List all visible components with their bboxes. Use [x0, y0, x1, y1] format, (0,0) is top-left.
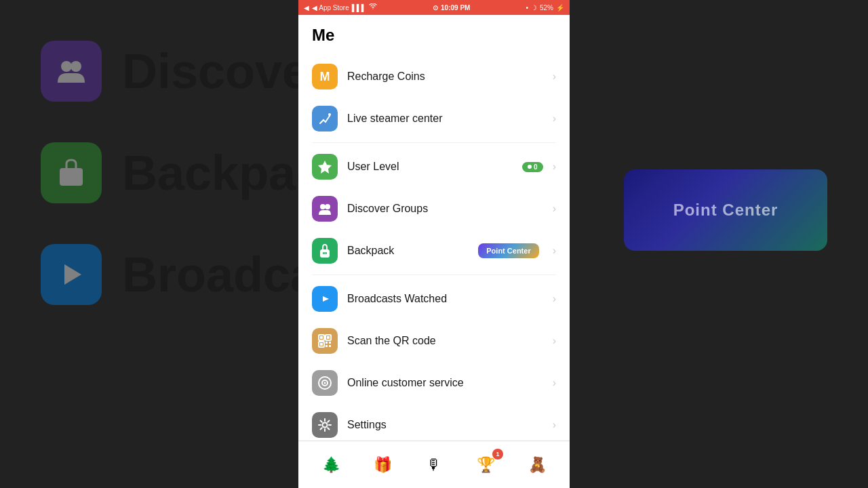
live-steamer-label: Live steamer center	[347, 113, 543, 125]
crown-badge: 1	[492, 449, 503, 460]
svg-point-0	[61, 61, 72, 72]
menu-item-user-level[interactable]: User Level 0 ›	[298, 146, 570, 188]
status-left: ◀ ◀ App Store ▌▌▌	[304, 3, 377, 12]
scan-qr-label: Scan the QR code	[347, 335, 543, 347]
live-tab-icon: 🎙	[420, 451, 448, 479]
chevron-icon-9: ›	[553, 419, 556, 431]
tab-gift[interactable]: 🎁	[369, 451, 396, 479]
svg-point-7	[325, 204, 330, 209]
svg-rect-21	[326, 345, 328, 347]
recharge-coins-label: Recharge Coins	[347, 70, 543, 83]
svg-point-1	[71, 61, 81, 72]
bg-icon-1	[41, 41, 102, 102]
chevron-icon-5: ›	[553, 245, 556, 257]
user-level-label: User Level	[347, 161, 513, 173]
broadcasts-icon	[312, 286, 338, 312]
svg-marker-3	[64, 264, 81, 285]
chevron-icon-4: ›	[553, 203, 556, 215]
svg-point-25	[324, 382, 326, 384]
menu-item-backpack[interactable]: Backpack Point Center ›	[298, 230, 570, 272]
svg-rect-19	[326, 342, 328, 344]
user-level-badge: 0	[522, 162, 543, 172]
svg-rect-16	[320, 336, 323, 339]
chevron-icon-7: ›	[553, 335, 556, 347]
svg-point-4	[328, 113, 331, 116]
tab-bear[interactable]: 🧸	[524, 451, 551, 479]
bg-point-center-text: Point Center	[673, 201, 778, 220]
settings-icon	[312, 412, 338, 438]
page-content: Me M Recharge Coins › Live steamer cent	[298, 15, 570, 441]
status-right: • ☽ 52% ⚡	[526, 4, 564, 12]
phone-modal: ◀ ◀ App Store ▌▌▌ ⊙ 10:09 PM • ☽ 52% ⚡ M…	[298, 0, 570, 488]
svg-point-6	[320, 204, 326, 209]
menu-item-customer-service[interactable]: Online customer service ›	[298, 362, 570, 404]
chevron-icon-2: ›	[553, 113, 556, 125]
svg-rect-2	[60, 168, 83, 186]
broadcasts-label: Broadcasts Watched	[347, 293, 543, 305]
status-bar: ◀ ◀ App Store ▌▌▌ ⊙ 10:09 PM • ☽ 52% ⚡	[298, 0, 570, 15]
discover-groups-icon	[312, 196, 338, 222]
menu-item-live-steamer[interactable]: Live steamer center ›	[298, 98, 570, 140]
customer-service-label: Online customer service	[347, 377, 543, 389]
point-center-badge[interactable]: Point Center	[478, 243, 538, 258]
svg-point-26	[323, 423, 328, 428]
menu-item-recharge-coins[interactable]: M Recharge Coins ›	[298, 56, 570, 98]
tab-crown[interactable]: 🏆 1	[472, 451, 499, 479]
bg-row-1: Discover	[41, 41, 328, 102]
svg-rect-20	[329, 342, 331, 344]
divider-1	[312, 142, 556, 143]
bg-text-2: Backpac	[122, 145, 323, 201]
back-arrow: ◀	[304, 4, 309, 12]
svg-marker-5	[318, 161, 332, 174]
carrier-name: ◀ App Store	[312, 4, 349, 12]
chevron-icon-6: ›	[553, 293, 556, 305]
backpack-label: Backpack	[347, 245, 469, 257]
clock-icon: ⊙	[433, 4, 438, 12]
dot-indicator: •	[526, 4, 528, 12]
live-steamer-icon	[312, 106, 338, 131]
scan-qr-icon	[312, 328, 338, 354]
backpack-icon	[312, 238, 338, 264]
chevron-icon-8: ›	[553, 377, 556, 389]
badge-dot	[528, 165, 532, 169]
bg-text-1: Discover	[122, 43, 328, 99]
page-title: Me	[298, 15, 570, 50]
time-display: 10:09 PM	[441, 4, 470, 12]
discover-groups-label: Discover Groups	[347, 203, 543, 215]
tab-tree[interactable]: 🌲	[317, 451, 344, 479]
badge-value: 0	[534, 163, 538, 171]
menu-item-scan-qr[interactable]: Scan the QR code ›	[298, 320, 570, 362]
svg-rect-18	[320, 343, 323, 346]
svg-rect-17	[327, 336, 330, 339]
tab-bar: 🌲 🎁 🎙 🏆 1 🧸	[298, 441, 570, 488]
bear-tab-icon: 🧸	[524, 451, 551, 479]
menu-section-top: M Recharge Coins › Live steamer center ›	[298, 50, 570, 441]
wifi-icon	[369, 3, 377, 12]
battery-percent: 52%	[540, 4, 553, 12]
recharge-coins-icon: M	[312, 64, 338, 89]
customer-service-icon	[312, 370, 338, 396]
settings-label: Settings	[347, 419, 543, 431]
tab-live[interactable]: 🎙	[420, 451, 448, 479]
signal-bars: ▌▌▌	[352, 4, 366, 12]
gift-tab-icon: 🎁	[369, 451, 396, 479]
divider-2	[312, 274, 556, 275]
tree-tab-icon: 🌲	[317, 451, 344, 479]
moon-icon: ☽	[531, 4, 537, 12]
menu-item-broadcasts[interactable]: Broadcasts Watched ›	[298, 278, 570, 320]
menu-item-discover-groups[interactable]: Discover Groups ›	[298, 188, 570, 230]
bg-row-2: Backpac	[41, 142, 323, 203]
bg-icon-3	[41, 244, 102, 305]
chevron-icon: ›	[553, 70, 556, 83]
menu-item-settings[interactable]: Settings ›	[298, 404, 570, 441]
bg-icon-2	[41, 142, 102, 203]
battery-lightning: ⚡	[556, 4, 564, 12]
status-center: ⊙ 10:09 PM	[433, 4, 470, 12]
svg-rect-10	[323, 251, 326, 255]
crown-tab-icon: 🏆 1	[472, 451, 499, 479]
svg-rect-22	[329, 345, 331, 347]
user-level-icon	[312, 154, 338, 180]
bg-point-center: Point Center	[624, 169, 827, 251]
chevron-icon-3: ›	[553, 161, 556, 173]
